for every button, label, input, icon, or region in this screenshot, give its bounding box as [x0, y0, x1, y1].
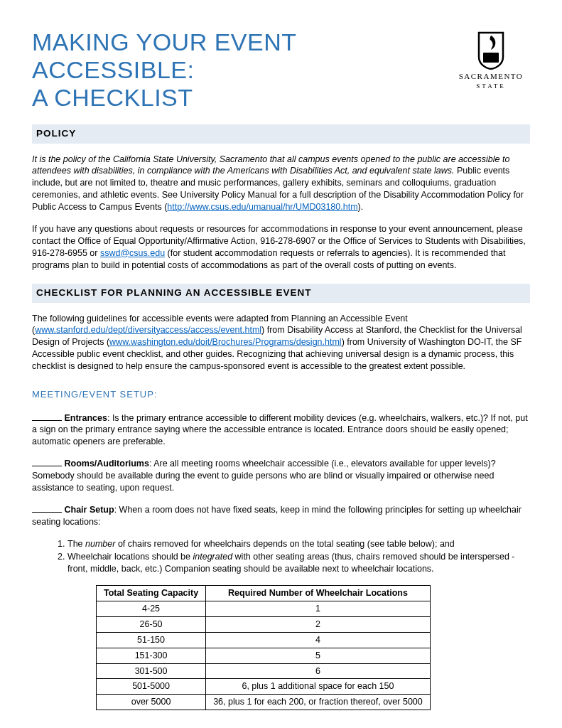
li1-em: number	[85, 539, 115, 549]
flame-shield-icon	[473, 28, 509, 70]
title-line-2: A CHECKLIST	[32, 84, 193, 111]
logo-text-sub: STATE	[452, 82, 530, 90]
cell-locations: 2	[206, 616, 431, 632]
logo-text-main: SACRAMENTO	[452, 71, 530, 82]
sswd-email-link[interactable]: sswd@csus.edu	[100, 248, 165, 258]
cell-capacity: 501-5000	[97, 679, 206, 695]
setup-subheading: MEETING/EVENT SETUP:	[32, 388, 530, 401]
blank-line[interactable]	[32, 512, 62, 513]
policy-italic-text: It is the policy of the California State…	[32, 154, 509, 176]
cell-capacity: 301-500	[97, 663, 206, 679]
table-row: 301-5006	[97, 663, 431, 679]
entrances-label: Entrances	[64, 413, 107, 423]
checklist-item-entrances: Entrances: Is the primary entrance acces…	[32, 412, 530, 449]
seating-tbody: 4-25126-50251-1504151-3005301-5006501-50…	[97, 601, 431, 710]
policy-manual-link[interactable]: http://www.csus.edu/umanual/hr/UMD03180.…	[167, 202, 357, 212]
document-title: MAKING YOUR EVENT ACCESSIBLE: A CHECKLIS…	[32, 28, 452, 112]
chair-principles-list: The number of chairs removed for wheelch…	[67, 538, 530, 576]
cell-locations: 6, plus 1 additional space for each 150	[206, 679, 431, 695]
table-row: 4-251	[97, 601, 431, 617]
checklist-intro: The following guidelines for accessible …	[32, 313, 530, 373]
table-row: 501-50006, plus 1 additional space for e…	[97, 679, 431, 695]
cell-locations: 6	[206, 663, 431, 679]
cell-capacity: 26-50	[97, 616, 206, 632]
list-item: Wheelchair locations should be integrate…	[67, 551, 530, 575]
stanford-link[interactable]: www.stanford.edu/dept/diversityaccess/ac…	[35, 325, 261, 335]
li2-em: integrated	[193, 552, 233, 562]
washington-link[interactable]: www.washington.edu/doit/Brochures/Progra…	[109, 337, 342, 347]
th-capacity: Total Seating Capacity	[97, 586, 206, 601]
cell-capacity: 51-150	[97, 632, 206, 648]
th-locations: Required Number of Wheelchair Locations	[206, 586, 431, 601]
table-row: 26-502	[97, 616, 431, 632]
policy-heading: POLICY	[32, 124, 530, 143]
cell-capacity: over 5000	[97, 695, 206, 710]
cell-capacity: 151-300	[97, 648, 206, 663]
svg-rect-0	[483, 53, 499, 63]
li2-a: Wheelchair locations should be	[67, 552, 193, 562]
li1-a: The	[67, 539, 85, 549]
li1-b: of chairs removed for wheelchairs depend…	[115, 539, 454, 549]
blank-line[interactable]	[32, 466, 62, 466]
cell-locations: 5	[206, 648, 431, 663]
blank-line[interactable]	[32, 420, 62, 421]
document-header: MAKING YOUR EVENT ACCESSIBLE: A CHECKLIS…	[32, 28, 530, 112]
title-line-1: MAKING YOUR EVENT ACCESSIBLE:	[32, 28, 296, 83]
policy-paragraph-2: If you have any questions about requests…	[32, 223, 530, 272]
policy-paragraph-1: It is the policy of the California State…	[32, 154, 530, 213]
university-logo: SACRAMENTO STATE	[452, 28, 530, 90]
cell-locations: 1	[206, 601, 431, 617]
cell-capacity: 4-25	[97, 601, 206, 617]
rooms-label: Rooms/Auditoriums	[64, 459, 148, 469]
seating-table: Total Seating Capacity Required Number o…	[96, 585, 431, 710]
cell-locations: 4	[206, 632, 431, 648]
checklist-item-rooms: Rooms/Auditoriums: Are all meeting rooms…	[32, 458, 530, 494]
list-item: The number of chairs removed for wheelch…	[67, 538, 530, 550]
table-row: 151-3005	[97, 648, 431, 663]
checklist-item-chair-setup: Chair Setup: When a room does not have f…	[32, 504, 530, 528]
policy-close: ).	[358, 202, 364, 212]
chair-label: Chair Setup	[64, 505, 114, 515]
cell-locations: 36, plus 1 for each 200, or fraction the…	[206, 695, 431, 710]
table-header-row: Total Seating Capacity Required Number o…	[97, 586, 431, 601]
checklist-heading: CHECKLIST FOR PLANNING AN ACCESSIBLE EVE…	[32, 284, 530, 302]
table-row: over 500036, plus 1 for each 200, or fra…	[97, 695, 431, 710]
table-row: 51-1504	[97, 632, 431, 648]
